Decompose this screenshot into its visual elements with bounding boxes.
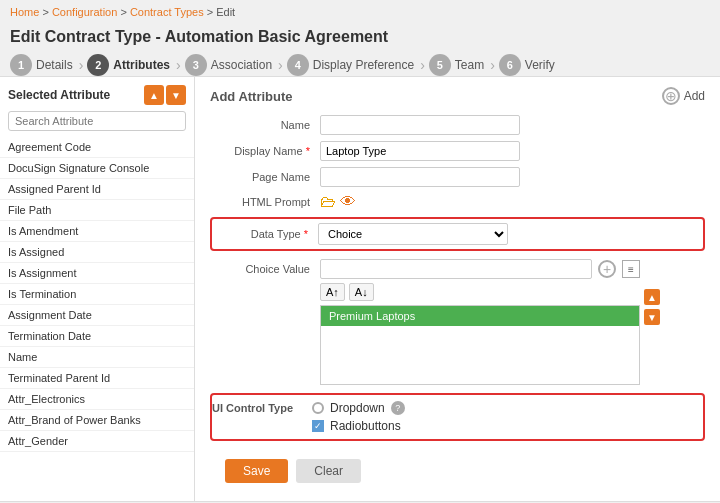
dropdown-option-label: Dropdown bbox=[330, 401, 385, 415]
separator-1: › bbox=[79, 57, 84, 73]
choice-item-premium-laptops[interactable]: Premium Laptops bbox=[321, 306, 639, 326]
wizard-tabs: 1 Details › 2 Attributes › 3 Association… bbox=[0, 54, 720, 76]
choice-down-button[interactable]: ▼ bbox=[644, 309, 660, 325]
choice-up-button[interactable]: ▲ bbox=[644, 289, 660, 305]
tab-attributes[interactable]: 2 Attributes bbox=[87, 54, 170, 76]
move-up-button[interactable]: ▲ bbox=[144, 85, 164, 105]
tab-number-5: 5 bbox=[429, 54, 451, 76]
attr-item-is-amendment[interactable]: Is Amendment bbox=[0, 221, 194, 242]
tab-number-1: 1 bbox=[10, 54, 32, 76]
choice-items-list: Premium Laptops bbox=[320, 305, 640, 385]
choice-list-button[interactable]: ≡ bbox=[622, 260, 640, 278]
search-attribute-input[interactable] bbox=[8, 111, 186, 131]
page-name-label: Page Name bbox=[210, 171, 320, 183]
main-content: Selected Attribute ▲ ▼ Agreement Code Do… bbox=[0, 76, 720, 501]
clear-button[interactable]: Clear bbox=[296, 459, 361, 483]
tab-number-3: 3 bbox=[185, 54, 207, 76]
separator-4: › bbox=[420, 57, 425, 73]
add-label: Add bbox=[684, 89, 705, 103]
attr-item-is-assigned[interactable]: Is Assigned bbox=[0, 242, 194, 263]
dropdown-help-icon[interactable]: ? bbox=[391, 401, 405, 415]
attr-item-name[interactable]: Name bbox=[0, 347, 194, 368]
attr-item-assignment-date[interactable]: Assignment Date bbox=[0, 305, 194, 326]
data-type-select[interactable]: Choice Text Date Number bbox=[318, 223, 508, 245]
left-panel: Selected Attribute ▲ ▼ Agreement Code Do… bbox=[0, 77, 195, 501]
display-name-row: Display Name * bbox=[210, 141, 705, 161]
add-attribute-header: Add Attribute ⊕ Add bbox=[210, 87, 705, 105]
tab-number-6: 6 bbox=[499, 54, 521, 76]
tab-association[interactable]: 3 Association bbox=[185, 54, 272, 76]
eye-icon[interactable]: 👁 bbox=[340, 193, 356, 211]
ui-control-type-label: UI Control Type bbox=[212, 402, 312, 414]
html-prompt-icons: 🗁 👁 bbox=[320, 193, 356, 211]
tab-verify[interactable]: 6 Verify bbox=[499, 54, 555, 76]
tab-label-verify: Verify bbox=[525, 58, 555, 72]
tab-label-display-preference: Display Preference bbox=[313, 58, 414, 72]
display-name-required-star: * bbox=[306, 145, 310, 157]
folder-icon[interactable]: 🗁 bbox=[320, 193, 336, 211]
tab-details[interactable]: 1 Details bbox=[10, 54, 73, 76]
tab-team[interactable]: 5 Team bbox=[429, 54, 484, 76]
name-input[interactable] bbox=[320, 115, 520, 135]
attr-item-file-path[interactable]: File Path bbox=[0, 200, 194, 221]
tab-label-team: Team bbox=[455, 58, 484, 72]
breadcrumb-home[interactable]: Home bbox=[10, 6, 39, 18]
separator-2: › bbox=[176, 57, 181, 73]
attr-item-assigned-parent-id[interactable]: Assigned Parent Id bbox=[0, 179, 194, 200]
display-name-input[interactable] bbox=[320, 141, 520, 161]
sort-za-button[interactable]: A↓ bbox=[349, 283, 374, 301]
name-label: Name bbox=[210, 119, 320, 131]
breadcrumb-contract-types[interactable]: Contract Types bbox=[130, 6, 204, 18]
choice-area: + ≡ A↑ A↓ Premium Laptops bbox=[320, 259, 640, 385]
ui-control-dropdown-option: Dropdown ? bbox=[312, 401, 405, 415]
save-button[interactable]: Save bbox=[225, 459, 288, 483]
breadcrumb-configuration[interactable]: Configuration bbox=[52, 6, 117, 18]
display-name-input-wrapper bbox=[320, 141, 520, 161]
radiobuttons-checkbox[interactable]: ✓ bbox=[312, 420, 324, 432]
display-name-label: Display Name * bbox=[210, 145, 320, 157]
attr-item-attr-gender[interactable]: Attr_Gender bbox=[0, 431, 194, 452]
move-down-button[interactable]: ▼ bbox=[166, 85, 186, 105]
attr-item-termination-date[interactable]: Termination Date bbox=[0, 326, 194, 347]
choice-right-arrows: ▲ ▼ bbox=[640, 259, 660, 325]
separator-3: › bbox=[278, 57, 283, 73]
tab-number-2: 2 bbox=[87, 54, 109, 76]
html-prompt-label: HTML Prompt bbox=[210, 196, 320, 208]
tab-number-4: 4 bbox=[287, 54, 309, 76]
page-name-input-wrapper bbox=[320, 167, 520, 187]
attr-item-attr-electronics[interactable]: Attr_Electronics bbox=[0, 389, 194, 410]
add-attribute-title: Add Attribute bbox=[210, 89, 293, 104]
search-box bbox=[8, 111, 186, 131]
separator-5: › bbox=[490, 57, 495, 73]
right-panel: Add Attribute ⊕ Add Name Display Name * bbox=[195, 77, 720, 501]
sort-az-button[interactable]: A↑ bbox=[320, 283, 345, 301]
page-name-input[interactable] bbox=[320, 167, 520, 187]
breadcrumb: Home > Configuration > Contract Types > … bbox=[0, 0, 720, 24]
choice-value-row: Choice Value + ≡ A↑ A↓ Premium Laptops ▲… bbox=[210, 259, 705, 385]
plus-circle-icon: ⊕ bbox=[662, 87, 680, 105]
attr-item-attr-brand[interactable]: Attr_Brand of Power Banks bbox=[0, 410, 194, 431]
action-row: Save Clear bbox=[210, 451, 705, 491]
ui-control-radiobuttons-option: ✓ Radiobuttons bbox=[312, 419, 401, 433]
tab-label-attributes: Attributes bbox=[113, 58, 170, 72]
attr-item-docusign[interactable]: DocuSign Signature Console bbox=[0, 158, 194, 179]
choice-value-label: Choice Value bbox=[210, 259, 320, 275]
choice-value-input[interactable] bbox=[320, 259, 592, 279]
sort-row: A↑ A↓ bbox=[320, 283, 640, 301]
dropdown-radio[interactable] bbox=[312, 402, 324, 414]
add-attribute-button[interactable]: ⊕ Add bbox=[662, 87, 705, 105]
attr-item-is-termination[interactable]: Is Termination bbox=[0, 284, 194, 305]
html-prompt-row: HTML Prompt 🗁 👁 bbox=[210, 193, 705, 211]
data-type-select-wrapper: Choice Text Date Number bbox=[318, 223, 508, 245]
page-title: Edit Contract Type - Automation Basic Ag… bbox=[0, 24, 720, 54]
page-name-row: Page Name bbox=[210, 167, 705, 187]
left-panel-actions: ▲ ▼ bbox=[144, 85, 186, 105]
choice-add-button[interactable]: + bbox=[598, 260, 616, 278]
tab-display-preference[interactable]: 4 Display Preference bbox=[287, 54, 414, 76]
data-type-row: Data Type * Choice Text Date Number bbox=[210, 217, 705, 251]
attr-item-terminated-parent-id[interactable]: Terminated Parent Id bbox=[0, 368, 194, 389]
data-type-label: Data Type * bbox=[218, 228, 318, 240]
attr-item-is-assignment[interactable]: Is Assignment bbox=[0, 263, 194, 284]
ui-control-box: UI Control Type Dropdown ? ✓ Radiobutton… bbox=[210, 393, 705, 441]
attr-item-agreement-code[interactable]: Agreement Code bbox=[0, 137, 194, 158]
